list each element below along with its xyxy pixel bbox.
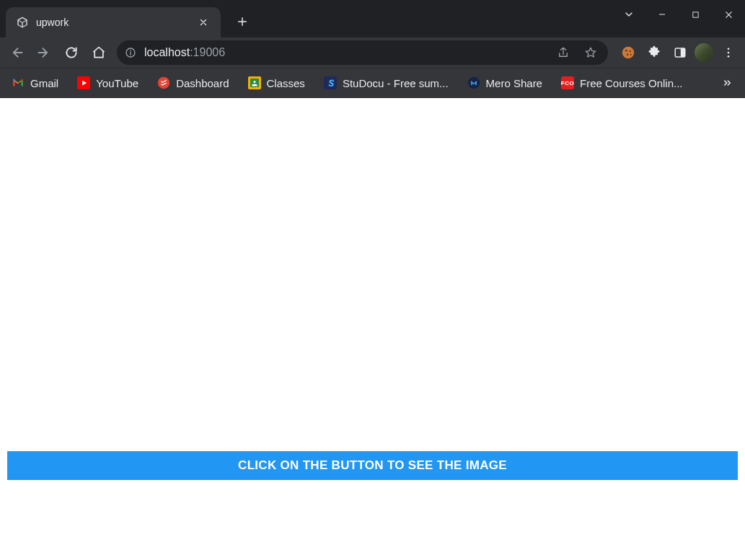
maximize-button[interactable] [679, 3, 712, 26]
svg-point-11 [728, 52, 730, 54]
new-tab-button[interactable] [229, 9, 255, 35]
svg-point-12 [728, 55, 730, 58]
svg-rect-9 [681, 48, 685, 57]
extensions-puzzle-icon[interactable] [643, 41, 666, 64]
window-titlebar: upwork [0, 0, 745, 37]
browser-tab[interactable]: upwork [6, 7, 221, 37]
svg-point-2 [130, 50, 131, 51]
bookmark-label: Mero Share [486, 77, 542, 89]
tab-title: upwork [36, 17, 189, 28]
window-controls [612, 0, 745, 37]
svg-point-19 [467, 77, 480, 89]
close-window-button[interactable] [712, 3, 745, 26]
svg-rect-0 [692, 12, 697, 17]
menu-button[interactable] [716, 40, 741, 65]
show-image-button[interactable]: CLICK ON THE BUTTON TO SEE THE IMAGE [7, 451, 738, 480]
close-icon[interactable] [196, 15, 211, 30]
page-content: CLICK ON THE BUTTON TO SEE THE IMAGE [0, 98, 745, 560]
cube-icon [16, 16, 29, 29]
bookmark-label: Free Courses Onlin... [580, 77, 683, 89]
svg-point-7 [630, 54, 632, 55]
bookmark-studocu[interactable]: StuDocu - Free sum... [319, 74, 453, 92]
bookmark-label: StuDocu - Free sum... [343, 77, 449, 89]
url-host: localhost [144, 46, 190, 58]
bookmarks-bar: Gmail YouTube Dashboard Classes StuDocu … [0, 68, 745, 98]
bookmarks-overflow-button[interactable] [715, 71, 738, 94]
chevron-down-icon[interactable] [612, 3, 645, 26]
svg-point-5 [630, 50, 631, 52]
classroom-icon [248, 76, 261, 89]
share-icon[interactable] [553, 43, 573, 63]
side-panel-icon[interactable] [669, 41, 692, 64]
svg-point-14 [158, 77, 170, 89]
extensions-area [617, 40, 741, 65]
studocu-icon [324, 76, 337, 89]
svg-point-17 [253, 81, 255, 83]
bookmark-meroshare[interactable]: Mero Share [463, 74, 547, 92]
reload-button[interactable] [59, 40, 84, 65]
bookmark-star-icon[interactable] [581, 43, 601, 63]
bookmark-dashboard[interactable]: Dashboard [153, 74, 233, 92]
bookmark-classes[interactable]: Classes [244, 74, 309, 92]
bookmark-label: Gmail [30, 77, 58, 89]
back-button[interactable] [4, 40, 29, 65]
youtube-icon [77, 76, 90, 89]
bookmark-gmail[interactable]: Gmail [7, 74, 63, 92]
bookmark-youtube[interactable]: YouTube [73, 74, 143, 92]
meroshare-icon [467, 76, 480, 89]
bookmark-label: Dashboard [176, 77, 229, 89]
forward-button[interactable] [32, 40, 56, 65]
svg-point-6 [627, 54, 628, 55]
todoist-icon [157, 76, 170, 89]
fco-icon: FCO [561, 76, 574, 89]
svg-point-10 [728, 48, 730, 50]
bookmark-label: YouTube [96, 77, 138, 89]
url-port: :19006 [190, 46, 225, 58]
gmail-icon [12, 76, 25, 89]
bookmark-freecourses[interactable]: FCO Free Courses Onlin... [557, 74, 687, 92]
address-bar[interactable]: localhost:19006 [117, 40, 608, 65]
svg-point-4 [625, 50, 627, 52]
bookmark-label: Classes [267, 77, 305, 89]
minimize-button[interactable] [645, 3, 679, 26]
extension-cookie-icon[interactable] [617, 41, 640, 64]
url-text: localhost:19006 [144, 46, 225, 59]
profile-avatar[interactable] [695, 43, 713, 62]
browser-toolbar: localhost:19006 [0, 37, 745, 68]
site-info-icon[interactable] [124, 46, 137, 59]
svg-point-3 [622, 47, 635, 59]
home-button[interactable] [87, 40, 111, 65]
